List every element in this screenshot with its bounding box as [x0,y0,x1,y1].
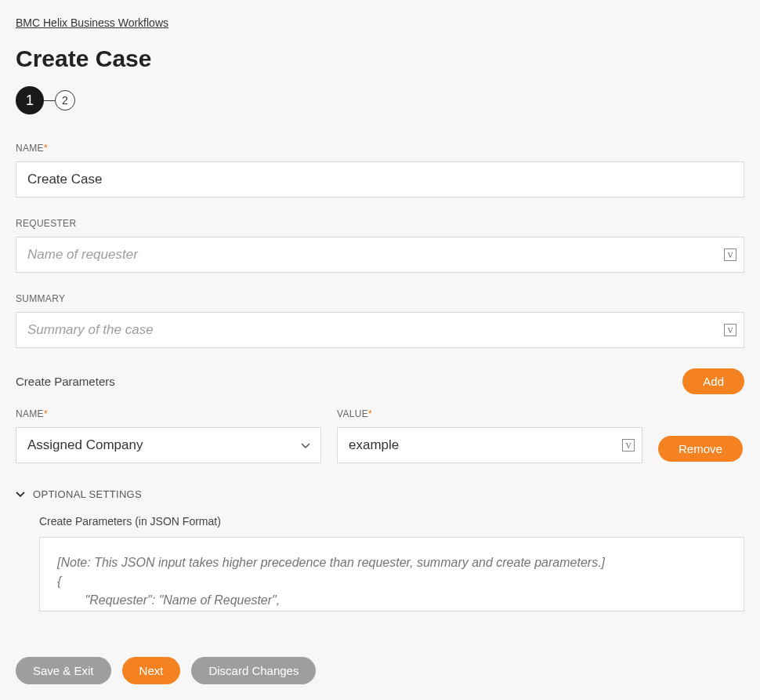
variable-picker-icon[interactable]: V [724,248,736,261]
param-value-label: VALUE* [337,408,642,419]
step-2[interactable]: 2 [55,90,75,111]
param-name-select[interactable] [16,427,321,463]
json-params-textarea[interactable] [39,537,744,611]
requester-label: REQUESTER [16,218,744,229]
name-label: NAME* [16,143,744,154]
remove-button[interactable]: Remove [658,436,743,462]
next-button[interactable]: Next [122,657,181,684]
stepper: 1 2 [16,86,744,114]
json-params-label: Create Parameters (in JSON Format) [39,515,744,528]
breadcrumb-link[interactable]: BMC Helix Business Workflows [16,16,168,29]
variable-picker-icon[interactable]: V [622,439,635,452]
variable-picker-icon[interactable]: V [724,324,736,336]
step-1[interactable]: 1 [16,86,44,114]
discard-button[interactable]: Discard Changes [191,657,316,684]
optional-settings-toggle[interactable]: OPTIONAL SETTINGS [16,487,744,501]
param-value-input[interactable] [337,427,642,463]
summary-input[interactable] [16,312,744,348]
create-params-title: Create Parameters [16,375,115,388]
add-button[interactable]: Add [682,368,744,394]
step-connector [44,100,55,101]
page-title: Create Case [16,45,744,72]
requester-input[interactable] [16,237,744,273]
optional-settings-label: OPTIONAL SETTINGS [33,488,142,500]
param-name-label: NAME* [16,408,321,419]
name-input[interactable] [16,161,744,198]
chevron-down-icon [16,487,25,501]
save-exit-button[interactable]: Save & Exit [16,657,111,684]
summary-label: SUMMARY [16,293,744,304]
